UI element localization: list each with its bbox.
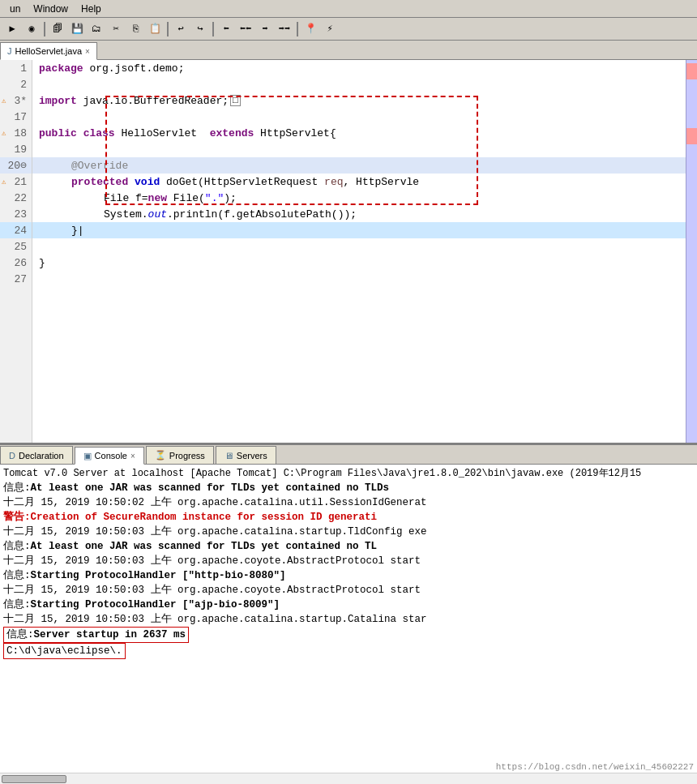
tab-progress-label: Progress [169,451,205,461]
bottom-hscroll-thumb[interactable] [2,775,66,783]
toolbar-sep-4 [297,22,298,36]
code-text: System. [104,208,148,221]
line-num-22: 22 [0,190,32,206]
toolbar-btn-4[interactable]: 💾 [68,20,86,38]
toolbar-btn-9[interactable]: ↩ [172,20,190,38]
import-text: java.io.BufferedReader; [77,95,229,107]
tab-declaration-label: Declaration [19,451,64,461]
keyword-package: package [39,62,83,75]
console-warning-3: 警告:Creation of SecureRandom instance for… [3,512,377,523]
string-dot: "." [205,192,224,204]
tab-progress[interactable]: ⏳ Progress [146,446,214,464]
console-info-9: 信息:Starting ProtocolHandler ["ajp-bio-80… [3,599,280,610]
keyword-import: import [39,95,77,107]
code-line-3: import java.io.BufferedReader; □ [32,92,686,109]
line-num-25: 25 [0,238,32,255]
editor-container: J HelloServlet.java × 1 2 ⚠ 3* 17 ⚠ 18 1… [0,41,697,784]
toolbar-btn-12[interactable]: ⬅⬅ [237,20,254,38]
menu-run[interactable]: un [3,3,27,15]
console-startup-line: 信息:Server startup in 2637 ms [3,627,694,643]
toolbar-btn-10[interactable]: ↪ [191,20,209,38]
line-num-20: 20⊖ [0,157,32,174]
line-num-23: 23 [0,206,32,222]
toolbar-btn-7[interactable]: ⎘ [126,20,144,38]
toolbar-btn-5[interactable]: 🗂 [88,20,105,38]
keyword-protected: protected [71,176,128,188]
console-icon: ▣ [83,451,92,461]
line-num-18: ⚠ 18 [0,125,32,141]
toolbar-btn-3[interactable]: 🗐 [49,20,66,38]
bottom-panel: D Declaration ▣ Console × ⏳ Progress 🖥 S… [0,443,697,784]
tab-console-label: Console [95,451,127,461]
console-info-7: 信息:Starting ProtocolHandler ["http-bio-8… [3,570,286,581]
editor-tab-close[interactable]: × [85,47,90,56]
editor-hscroll[interactable] [0,443,697,443]
tab-servers-label: Servers [237,451,267,461]
toolbar-btn-15[interactable]: 📍 [301,20,319,38]
code-text: org.jsoft.demo; [83,62,185,75]
toolbar-btn-2[interactable]: ◉ [23,20,41,38]
line-numbers: 1 2 ⚠ 3* 17 ⚠ 18 19 20⊖ ⚠ 21 22 23 [0,60,32,443]
code-text: File( [167,192,205,204]
watermark: https://blog.csdn.net/weixin_45602227 [493,761,697,773]
toolbar-btn-6[interactable]: ✂ [107,20,125,38]
keyword-class: class [83,127,115,139]
code-line-22: File f= new File( "." ); [32,190,686,206]
console-dt-4: 十二月 15, 2019 10:50:03 上午 org.apache.cata… [3,526,427,538]
console-info-1: 信息:At least one JAR was scanned for TLDs… [3,482,389,494]
tab-servers[interactable]: 🖥 Servers [216,446,276,464]
tab-console-close[interactable]: × [130,452,135,461]
code-text: File f= [104,192,148,204]
console-line-2: 十二月 15, 2019 10:50:02 上午 org.apache.cata… [3,495,694,510]
toolbar-btn-11[interactable]: ⬅ [217,20,235,38]
toolbar-btn-13[interactable]: ➡ [256,20,274,38]
code-lines: package org.jsoft.demo; import java.io.B… [32,60,686,443]
tab-console[interactable]: ▣ Console × [75,447,144,465]
console-content: Tomcat v7.0 Server at localhost [Apache … [0,465,697,773]
editor-tab-label: HelloServlet.java [15,46,83,56]
line-num-3: ⚠ 3* [0,92,32,109]
code-editor[interactable]: 1 2 ⚠ 3* 17 ⚠ 18 19 20⊖ ⚠ 21 22 23 [0,60,697,443]
console-line-10: 十二月 15, 2019 10:50:03 上午 org.apache.cata… [3,612,694,627]
toolbar: ▶ ◉ 🗐 💾 🗂 ✂ ⎘ 📋 ↩ ↪ ⬅ ⬅⬅ ➡ ➡➡ 📍 ⚡ [0,18,697,41]
code-line-21: protected void doGet(HttpServletRequest … [32,174,686,190]
code-line-1: package org.jsoft.demo; [32,60,686,76]
console-path-text: C:\d\java\eclipse\. [6,645,122,657]
toolbar-btn-8[interactable]: 📋 [146,20,164,38]
toolbar-btn-1[interactable]: ▶ [3,20,21,38]
line-num-24: 24 [0,222,32,238]
code-line-25 [32,238,686,255]
menu-window[interactable]: Window [27,3,75,15]
code-text: HelloServlet [115,127,210,139]
code-text: ); [224,192,237,204]
declaration-icon: D [9,451,15,461]
tomcat-text: Tomcat v7.0 Server at localhost [Apache … [3,468,641,479]
console-dt-8: 十二月 15, 2019 10:50:03 上午 org.apache.coyo… [3,585,421,596]
toolbar-btn-14[interactable]: ➡➡ [276,20,293,38]
code-line-26: } [32,255,686,271]
line-num-17: 17 [0,109,32,125]
progress-icon: ⏳ [155,450,166,461]
console-dt-6: 十二月 15, 2019 10:50:03 上午 org.apache.coyo… [3,555,421,567]
editor-tab-helloservlet[interactable]: J HelloServlet.java × [0,42,97,60]
error-marker-scroll [686,63,697,79]
line-num-27: 27 [0,271,32,287]
code-line-19 [32,141,686,157]
right-scroll-indicator [686,60,697,443]
annotation-override: @Override [71,160,128,172]
code-line-18: public class HelloServlet extends HttpSe… [32,125,686,141]
code-line-27 [32,271,686,287]
path-box: C:\d\java\eclipse\. [3,643,126,659]
console-line-9: 信息:Starting ProtocolHandler ["ajp-bio-80… [3,598,694,612]
bottom-hscroll[interactable] [0,773,697,784]
menu-help[interactable]: Help [75,3,108,15]
code-text: }| [71,225,84,237]
code-line-17 [32,109,686,125]
param-req: req [324,176,343,188]
editor-tab-bar: J HelloServlet.java × [0,41,697,60]
menu-bar: un Window Help [0,0,697,18]
line-num-26: 26 [0,255,32,271]
tab-declaration[interactable]: D Declaration [0,446,73,464]
toolbar-btn-16[interactable]: ⚡ [321,20,339,38]
console-tomcat-line: Tomcat v7.0 Server at localhost [Apache … [3,466,694,481]
